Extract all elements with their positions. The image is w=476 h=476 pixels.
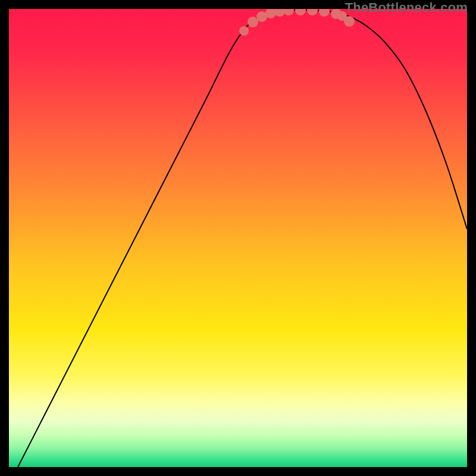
highlight-dot: [248, 17, 258, 27]
plot-area: [9, 9, 467, 467]
highlight-dot: [344, 16, 355, 27]
watermark-text: TheBottleneck.com: [345, 0, 468, 15]
highlight-dot: [239, 26, 249, 36]
chart-canvas: [9, 9, 467, 467]
chart-frame: TheBottleneck.com: [0, 0, 476, 476]
gradient-background: [9, 9, 467, 467]
